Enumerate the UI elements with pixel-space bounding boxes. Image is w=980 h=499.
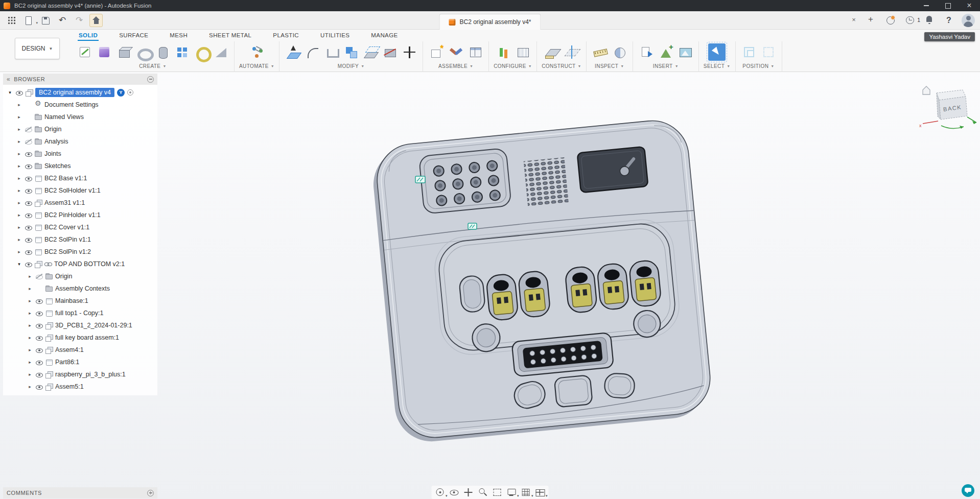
ribbon-group-label[interactable]: POSITION ▼: [742, 63, 774, 69]
tree-item-label[interactable]: BC2 SolHolder v1:1: [44, 187, 101, 194]
expand-arrow-icon[interactable]: [7, 90, 13, 95]
tab-close-icon[interactable]: ×: [849, 16, 858, 23]
tree-row[interactable]: Assem31 v1:1: [3, 197, 157, 209]
keypad-buttons[interactable]: [419, 148, 511, 214]
visibility-eye-icon[interactable]: [25, 260, 32, 268]
ribbon-group-label[interactable]: AUTOMATE ▼: [239, 63, 274, 69]
expand-arrow-icon[interactable]: [16, 163, 22, 169]
ribbon-tab[interactable]: SHEET METAL: [208, 31, 252, 41]
speaker-grille[interactable]: [524, 157, 569, 206]
tree-row[interactable]: Document Settings: [3, 99, 157, 111]
expand-arrow-icon[interactable]: [16, 212, 22, 218]
visibility-eye-icon[interactable]: [35, 383, 43, 390]
expand-arrow-icon[interactable]: [27, 286, 33, 291]
expand-arrow-icon[interactable]: [16, 102, 22, 107]
job-status-icon[interactable]: ▾ 1: [903, 14, 917, 27]
ribbon-group-label[interactable]: SELECT ▼: [704, 63, 731, 69]
canvas-marker[interactable]: [468, 223, 477, 229]
look-at-icon[interactable]: ▾: [448, 486, 461, 498]
visibility-eye-icon[interactable]: [25, 248, 32, 255]
tree-row[interactable]: full top1 - Copy:1: [3, 307, 157, 319]
tree-item-label[interactable]: Document Settings: [44, 101, 99, 108]
tree-row[interactable]: TOP AND BOTTOM v2:1: [3, 258, 157, 270]
add-comment-icon[interactable]: [147, 490, 154, 496]
coil-icon[interactable]: [193, 43, 210, 61]
expand-arrow-icon[interactable]: [27, 347, 33, 352]
expand-arrow-icon[interactable]: [27, 274, 33, 279]
visibility-eye-icon[interactable]: [35, 322, 43, 329]
automate-icon[interactable]: [248, 43, 266, 61]
minimize-button[interactable]: [916, 0, 937, 11]
measure-icon[interactable]: [591, 43, 609, 61]
app-grid-icon[interactable]: ▾: [5, 14, 18, 27]
visibility-eye-icon[interactable]: [25, 138, 32, 145]
tree-row[interactable]: Part86:1: [3, 356, 157, 368]
tree-item-label[interactable]: Assembly Contexts: [55, 285, 110, 292]
tree-row[interactable]: raspberry_pi_3_b_plus:1: [3, 368, 157, 381]
tree-row[interactable]: Mainbase:1: [3, 295, 157, 307]
insert-derive-icon[interactable]: [638, 43, 655, 61]
visibility-eye-icon[interactable]: [35, 273, 43, 280]
offset-face-icon[interactable]: [362, 43, 379, 61]
tree-row[interactable]: Origin: [3, 270, 157, 282]
tree-item-label[interactable]: Mainbase:1: [55, 297, 88, 304]
construction-axis-icon[interactable]: [563, 43, 580, 61]
visibility-eye-icon[interactable]: [35, 297, 43, 304]
extensions-icon[interactable]: ▾: [884, 14, 897, 27]
wedge-icon[interactable]: [212, 43, 229, 61]
box-icon[interactable]: [115, 43, 132, 61]
tree-item-label[interactable]: Part86:1: [55, 359, 79, 366]
tree-row[interactable]: Analysis: [3, 135, 157, 148]
collaborator-avatar[interactable]: Y: [117, 89, 125, 97]
ribbon-group-label[interactable]: MODIFY ▼: [338, 63, 365, 69]
tree-item-label[interactable]: BC2 SolPin v1:1: [44, 236, 91, 243]
tree-item-label[interactable]: raspberry_pi_3_b_plus:1: [55, 371, 126, 378]
expand-arrow-icon[interactable]: [27, 384, 33, 389]
assembly-model[interactable]: [370, 117, 714, 445]
ribbon-tab[interactable]: UTILITIES: [319, 31, 351, 41]
tree-row[interactable]: BC2 Cover v1:1: [3, 221, 157, 233]
tree-item-label[interactable]: Origin: [44, 126, 61, 133]
expand-arrow-icon[interactable]: [16, 237, 22, 242]
visibility-eye-icon[interactable]: [35, 346, 43, 353]
visibility-eye-icon[interactable]: [25, 211, 32, 219]
tree-row[interactable]: BC2 Base v1:1: [3, 172, 157, 184]
expand-arrow-icon[interactable]: [27, 298, 33, 303]
tree-item-label[interactable]: Sketches: [44, 162, 71, 170]
visibility-eye-icon[interactable]: [25, 224, 32, 231]
tree-item-label[interactable]: TOP AND BOTTOM v2:1: [54, 260, 125, 268]
tree-row-root[interactable]: BC2 original assembly v4 Y: [3, 86, 157, 99]
expand-arrow-icon[interactable]: [27, 323, 33, 328]
expand-arrow-icon[interactable]: [27, 372, 33, 377]
tree-row[interactable]: Named Views: [3, 111, 157, 123]
create-form-icon[interactable]: [96, 43, 113, 61]
tree-item-label[interactable]: BC2 Base v1:1: [44, 175, 87, 182]
file-menu-icon[interactable]: ▾: [22, 14, 35, 27]
orbit-icon[interactable]: ▾: [434, 486, 447, 498]
tree-row[interactable]: BC2 SolPin v1:1: [3, 233, 157, 246]
save-icon[interactable]: ▾: [39, 14, 52, 27]
tree-item-label[interactable]: Assem31 v1:1: [44, 199, 85, 206]
tree-item-label[interactable]: Analysis: [44, 138, 68, 145]
tree-row[interactable]: Origin: [3, 123, 157, 135]
capture-position-icon[interactable]: [740, 43, 758, 61]
visibility-eye-icon[interactable]: [35, 334, 43, 341]
tree-item-label[interactable]: BC2 SolPin v1:2: [44, 248, 91, 255]
ribbon-tab[interactable]: SOLID: [78, 31, 99, 41]
new-component-icon[interactable]: [428, 43, 445, 61]
zoom-icon[interactable]: ▾: [477, 486, 489, 498]
tree-row[interactable]: Assem4:1: [3, 344, 157, 356]
ribbon-tab[interactable]: PLASTIC: [272, 31, 300, 41]
visibility-eye-icon[interactable]: [25, 187, 32, 194]
notifications-bell-icon[interactable]: ▾: [923, 14, 936, 27]
visibility-eye-icon[interactable]: [35, 371, 43, 378]
visibility-eye-icon[interactable]: [35, 359, 43, 366]
tree-item-label[interactable]: Origin: [55, 273, 72, 280]
move-copy-icon[interactable]: [401, 43, 418, 61]
expand-arrow-icon[interactable]: [16, 127, 22, 132]
tree-row[interactable]: Assembly Contexts: [3, 282, 157, 295]
tree-row[interactable]: 3D_PCB1_2_2024-01-29:1: [3, 319, 157, 331]
expand-arrow-icon[interactable]: [16, 139, 22, 144]
visibility-eye-icon[interactable]: [35, 310, 43, 317]
press-pull-icon[interactable]: [284, 43, 301, 61]
